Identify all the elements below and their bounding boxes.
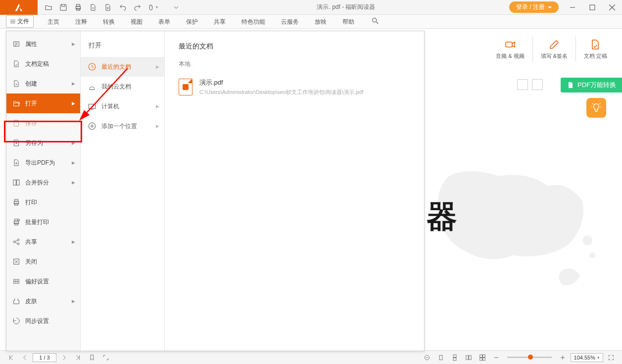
prev-page-button[interactable] — [19, 352, 31, 363]
open-sub-3[interactable]: 添加一个位置▶ — [81, 116, 164, 136]
zoom-in-button[interactable] — [557, 352, 569, 363]
svg-rect-12 — [15, 199, 18, 201]
close-button[interactable] — [602, 0, 622, 15]
file-menu-column-2: 打开 最近的文档▶我的云文档计算机▶添加一个位置▶ — [81, 31, 165, 351]
page-add-icon[interactable] — [86, 0, 100, 14]
view-single-button[interactable] — [532, 79, 543, 90]
svg-point-18 — [13, 241, 15, 243]
svg-rect-38 — [482, 358, 485, 360]
window-title: 演示. pdf - 福昕阅读器 — [183, 3, 509, 11]
last-page-button[interactable] — [72, 352, 84, 363]
file-menu-共享[interactable]: 共享▶ — [6, 232, 80, 252]
doc-final-button[interactable]: 文档 定稿 — [581, 39, 610, 59]
next-page-button[interactable] — [58, 352, 70, 363]
svg-point-20 — [17, 243, 19, 245]
file-menu-导出PDF为[interactable]: 导出PDF为▶ — [6, 153, 80, 173]
svg-point-7 — [589, 252, 595, 258]
svg-point-24 — [17, 281, 18, 282]
file-menu-打印[interactable]: 打印 — [6, 192, 80, 212]
svg-point-23 — [15, 281, 16, 282]
file-menu-文档定稿[interactable]: 文档定稿 — [6, 54, 80, 74]
view-thumbnails-button[interactable] — [517, 79, 528, 90]
svg-rect-9 — [13, 180, 16, 185]
bookmark-icon[interactable] — [86, 352, 98, 363]
file-menu-批量打印[interactable]: 批量打印 — [6, 212, 80, 232]
save-icon[interactable] — [56, 0, 70, 14]
ribbon-tab-10[interactable]: 帮助 — [335, 15, 362, 29]
svg-rect-13 — [15, 203, 18, 205]
svg-rect-34 — [469, 355, 471, 359]
svg-rect-37 — [479, 358, 482, 360]
file-menu-皮肤[interactable]: 皮肤▶ — [6, 291, 80, 311]
undo-icon[interactable] — [116, 0, 130, 14]
svg-point-4 — [373, 18, 377, 22]
zoom-out-button[interactable] — [490, 352, 502, 363]
file-tab[interactable]: 文件 — [6, 15, 34, 28]
svg-rect-10 — [17, 180, 19, 185]
recent-location: 本地 — [179, 60, 410, 68]
file-menu-关闭[interactable]: 关闭 — [6, 252, 80, 272]
pdf-file-icon — [179, 79, 192, 95]
ribbon-tab-3[interactable]: 视图 — [123, 15, 150, 29]
svg-rect-35 — [479, 355, 482, 357]
file-menu: 属性▶文档定稿创建▶打开▶保存另存为▶导出PDF为▶合并拆分▶打印批量打印共享▶… — [6, 31, 425, 351]
ribbon-tab-4[interactable]: 表单 — [150, 15, 178, 29]
pdf-convert-badge[interactable]: PDF万能转换 — [561, 78, 622, 92]
page-extract-icon[interactable] — [101, 0, 115, 14]
ribbon-tab-8[interactable]: 云服务 — [273, 15, 307, 29]
svg-point-6 — [582, 235, 592, 245]
file-menu-创建[interactable]: 创建▶ — [6, 74, 80, 93]
open-sub-0[interactable]: 最近的文档▶ — [81, 57, 164, 77]
svg-rect-26 — [89, 104, 96, 109]
print-icon[interactable] — [71, 0, 85, 14]
first-page-button[interactable] — [5, 352, 17, 363]
ribbon-tab-7[interactable]: 特色功能 — [234, 15, 273, 29]
fullscreen-button[interactable] — [605, 352, 617, 363]
svg-rect-31 — [453, 355, 456, 357]
recent-heading: 最近的文档 — [179, 42, 410, 51]
hand-icon[interactable]: ▾ — [145, 0, 159, 14]
ribbon-tab-2[interactable]: 转换 — [95, 15, 123, 29]
status-bar: 1 / 3 104.55% — [0, 350, 622, 364]
reflow-icon[interactable] — [421, 352, 433, 363]
svg-rect-30 — [439, 355, 442, 360]
redo-icon[interactable] — [131, 0, 144, 14]
continuous-page-icon[interactable] — [449, 352, 461, 363]
login-button[interactable]: 登录 / 注册 — [509, 1, 559, 13]
fill-sign-button[interactable]: 填写 &签名 — [538, 39, 571, 59]
ribbon-tab-9[interactable]: 放映 — [307, 15, 335, 29]
file-menu-同步设置[interactable]: 同步设置 — [6, 311, 80, 331]
ribbon-tab-1[interactable]: 注释 — [67, 15, 95, 29]
facing-page-icon[interactable] — [463, 352, 475, 363]
recent-file-item[interactable]: 演示.pdf C:\Users\Administrator\Desktop\se… — [179, 75, 410, 99]
open-icon[interactable] — [42, 0, 55, 14]
zoom-slider[interactable] — [507, 357, 552, 358]
file-menu-column-1: 属性▶文档定稿创建▶打开▶保存另存为▶导出PDF为▶合并拆分▶打印批量打印共享▶… — [6, 31, 81, 351]
zoom-value[interactable]: 104.55% — [571, 353, 603, 362]
ribbon-tab-0[interactable]: 主页 — [40, 15, 67, 29]
facing-continuous-icon[interactable] — [477, 352, 488, 363]
minimize-button[interactable] — [563, 0, 582, 15]
hint-bulb-button[interactable] — [586, 98, 606, 118]
ribbon-tab-5[interactable]: 保护 — [178, 15, 206, 29]
file-menu-合并拆分[interactable]: 合并拆分▶ — [6, 173, 80, 192]
search-icon[interactable] — [366, 17, 384, 26]
audio-video-button[interactable]: 音频 & 视频 — [493, 39, 527, 59]
file-menu-偏好设置[interactable]: 偏好设置 — [6, 272, 80, 291]
expand-icon[interactable] — [100, 352, 112, 363]
file-menu-打开[interactable]: 打开▶ — [6, 93, 80, 113]
open-sub-1[interactable]: 我的云文档 — [81, 77, 164, 96]
file-menu-属性[interactable]: 属性▶ — [6, 34, 80, 54]
file-menu-另存为[interactable]: 另存为▶ — [6, 133, 80, 153]
page-indicator[interactable]: 1 / 3 — [33, 353, 56, 362]
svg-rect-5 — [506, 42, 512, 47]
open-title: 打开 — [81, 36, 164, 57]
open-sub-2[interactable]: 计算机▶ — [81, 96, 164, 116]
ribbon-right-group: 音频 & 视频 填写 &签名 文档 定稿 — [487, 30, 616, 68]
page-large-text: 器 — [427, 196, 456, 237]
single-page-icon[interactable] — [435, 352, 447, 363]
ribbon-tab-6[interactable]: 共享 — [206, 15, 234, 29]
maximize-button[interactable] — [582, 0, 602, 15]
svg-rect-32 — [453, 358, 456, 360]
qat-more-icon[interactable] — [169, 0, 183, 14]
